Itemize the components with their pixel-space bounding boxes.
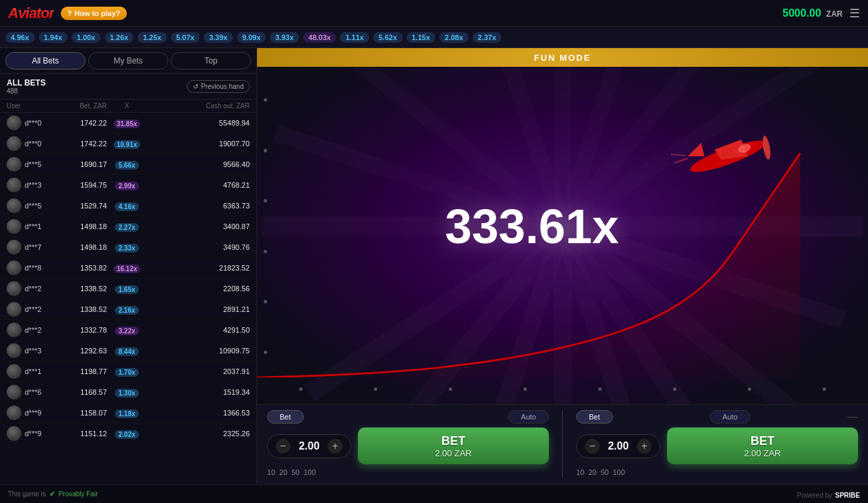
bet-amount: 1742.22	[60, 119, 107, 127]
quick-20-2[interactable]: 20	[588, 468, 596, 476]
cashout-amount: 10909.75	[147, 347, 250, 355]
mult-badge[interactable]: 1.25x	[138, 32, 167, 43]
multiplier-cell: 2.33x	[107, 241, 147, 253]
multiplier-cell: 8.44x	[107, 345, 147, 357]
avatar	[7, 385, 21, 399]
avatar	[7, 281, 21, 296]
bets-title: ALL BETS	[7, 78, 45, 88]
auto-tab-2[interactable]: Auto	[710, 410, 750, 424]
main-content: All Bets My Bets Top ALL BETS 488 ↺ Prev…	[0, 48, 868, 484]
bet-tab-1[interactable]: Bet	[267, 410, 304, 424]
decrease-btn-1[interactable]: −	[276, 439, 290, 454]
fun-mode-bar: FUN MODE	[257, 48, 868, 67]
avatar	[7, 240, 21, 255]
tabs-row: All Bets My Bets Top	[0, 48, 256, 74]
mult-badge[interactable]: 5.07x	[171, 32, 200, 43]
mult-badge[interactable]: 4.96x	[5, 32, 35, 43]
table-row: d***1 1198.77 1.70x 2037.91	[0, 361, 256, 382]
user-col: d***9	[7, 426, 60, 441]
avatar	[7, 426, 21, 441]
quick-20-1[interactable]: 20	[279, 468, 287, 476]
increase-btn-2[interactable]: +	[637, 439, 652, 454]
mult-badge[interactable]: 3.93x	[270, 32, 299, 43]
x-dot	[299, 387, 302, 391]
multiplier-chip: 5.66x	[115, 161, 138, 170]
bet-button-2[interactable]: BET 2.00 ZAR	[667, 428, 858, 464]
quick-50-2[interactable]: 50	[601, 468, 609, 476]
bet-tab-2[interactable]: Bet	[576, 410, 613, 424]
bet-amount: 1168.57	[60, 388, 107, 396]
increase-btn-1[interactable]: +	[328, 439, 343, 454]
column-headers: User Bet, ZAR X Cash out, ZAR	[0, 100, 256, 113]
svg-line-23	[671, 154, 686, 156]
how-to-play-button[interactable]: ? How to play?	[61, 7, 127, 20]
decrease-btn-2[interactable]: −	[585, 439, 600, 454]
mult-badge[interactable]: 2.08x	[439, 32, 469, 43]
x-dot	[748, 387, 751, 391]
bet-amount: 1353.82	[60, 264, 107, 272]
username: d***6	[25, 388, 41, 396]
table-row: d***2 1332.78 3.22x 4291.50	[0, 320, 256, 341]
bet-button-1[interactable]: BET 2.00 ZAR	[358, 428, 549, 464]
cashout-amount: 1366.53	[147, 409, 250, 417]
user-col: d***5	[7, 157, 60, 172]
multiplier-cell: 2.16x	[107, 303, 147, 315]
bet-amount: 1338.52	[60, 305, 107, 313]
bet-amount: 1332.78	[60, 326, 107, 334]
table-row: d***9 1151.12 2.02x 2325.26	[0, 424, 256, 444]
mult-badge[interactable]: 9.09x	[237, 32, 266, 43]
previous-hand-button[interactable]: ↺ Previous hand	[187, 80, 250, 93]
multiplier-chip: 4.16x	[115, 202, 138, 211]
multiplier-cell: 4.16x	[107, 200, 147, 212]
multiplier-chip: 1.65x	[115, 285, 138, 294]
bets-header: ALL BETS 488 ↺ Previous hand	[0, 74, 256, 100]
mult-badge[interactable]: 48.03x	[303, 32, 337, 43]
quick-10-1[interactable]: 10	[267, 468, 275, 476]
user-col: d***8	[7, 261, 60, 275]
cashout-amount: 6363.73	[147, 202, 250, 210]
user-col: d***2	[7, 323, 60, 337]
avatar	[7, 405, 21, 420]
menu-icon[interactable]: ☰	[849, 6, 860, 21]
mult-badge[interactable]: 1.00x	[71, 32, 101, 43]
mult-badge[interactable]: 5.62x	[373, 32, 403, 43]
quick-100-1[interactable]: 100	[304, 468, 316, 476]
panel-minus: —	[847, 411, 858, 423]
cashout-amount: 4291.50	[147, 326, 250, 334]
top-bar: Aviator ? How to play? 5000.00 ZAR ☰	[0, 0, 868, 27]
quick-10-2[interactable]: 10	[576, 468, 584, 476]
balance-display: 5000.00 ZAR	[783, 7, 843, 19]
user-col: d***2	[7, 302, 60, 317]
panel-separator	[562, 410, 563, 478]
cashout-amount: 4768.21	[147, 181, 250, 189]
game-canvas: FUN MODE	[257, 48, 868, 404]
tab-all-bets[interactable]: All Bets	[5, 52, 85, 69]
auto-tab-1[interactable]: Auto	[508, 410, 549, 424]
cashout-amount: 3400.87	[147, 222, 250, 230]
mult-badge[interactable]: 1.15x	[407, 32, 436, 43]
user-col: d***0	[7, 136, 60, 151]
quick-100-2[interactable]: 100	[613, 468, 625, 476]
tab-my-bets[interactable]: My Bets	[88, 52, 168, 69]
amount-value-1: 2.00	[296, 440, 322, 452]
table-row: d***9 1158.07 1.18x 1366.53	[0, 403, 256, 424]
x-axis	[264, 387, 861, 391]
col-cashout-header: Cash out, ZAR	[147, 102, 250, 110]
mult-badge[interactable]: 1.11x	[340, 32, 369, 43]
x-dot	[374, 387, 377, 391]
game-area: FUN MODE	[257, 48, 868, 484]
cashout-amount: 9566.40	[147, 160, 250, 168]
tab-top[interactable]: Top	[171, 52, 251, 69]
table-row: d***5 1690.17 5.66x 9566.40	[0, 154, 256, 175]
user-col: d***3	[7, 178, 60, 192]
mult-badge[interactable]: 1.94x	[39, 32, 68, 43]
quick-50-1[interactable]: 50	[292, 468, 300, 476]
mult-badge[interactable]: 3.39x	[204, 32, 233, 43]
multiplier-chip: 1.70x	[115, 368, 138, 377]
bet-panel-1: Bet Auto − 2.00 + BET 2.00 ZAR 10	[267, 410, 549, 478]
cashout-amount: 3490.76	[147, 243, 250, 251]
mult-badge[interactable]: 2.37x	[473, 32, 502, 43]
username: d***1	[25, 222, 41, 230]
mult-badge[interactable]: 1.26x	[105, 32, 134, 43]
avatar	[7, 343, 21, 358]
